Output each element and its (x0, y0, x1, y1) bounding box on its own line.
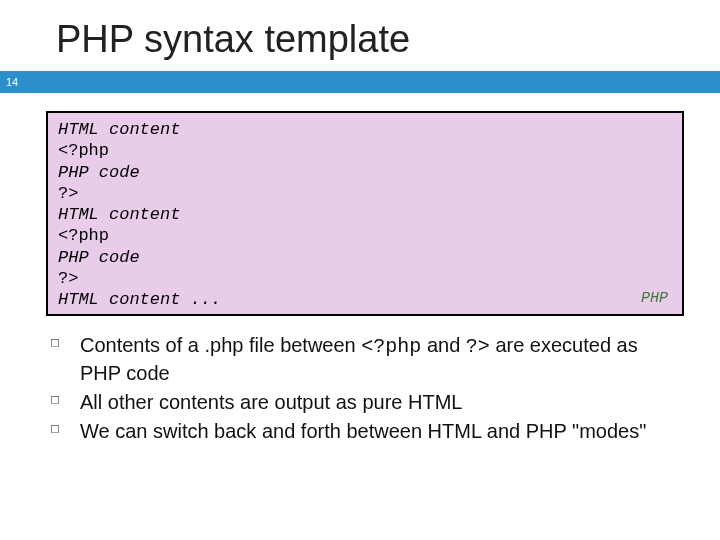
code-line: <?php (58, 225, 672, 246)
list-item: We can switch back and forth between HTM… (74, 418, 680, 445)
code-line: HTML content (58, 119, 672, 140)
inline-code: <?php (361, 335, 421, 358)
page-number: 14 (0, 71, 24, 93)
list-item: All other contents are output as pure HT… (74, 389, 680, 416)
code-line: ?> (58, 268, 672, 289)
code-line: PHP code (58, 162, 672, 183)
code-line: HTML content (58, 204, 672, 225)
slide-title: PHP syntax template (0, 0, 720, 71)
bullet-list: Contents of a .php file between <?php an… (74, 332, 680, 445)
list-item: Contents of a .php file between <?php an… (74, 332, 680, 387)
code-line: PHP code (58, 247, 672, 268)
header-bar-fill (24, 71, 720, 93)
bullet-text: All other contents are output as pure HT… (80, 391, 462, 413)
bullet-text: and (421, 334, 465, 356)
code-line: HTML content ... (58, 289, 672, 310)
inline-code: ?> (466, 335, 490, 358)
code-language-label: PHP (641, 290, 668, 309)
bullet-text: Contents of a .php file between (80, 334, 361, 356)
header-bar: 14 (0, 71, 720, 93)
bullet-text: We can switch back and forth between HTM… (80, 420, 646, 442)
slide: PHP syntax template 14 HTML content <?ph… (0, 0, 720, 540)
code-block: HTML content <?php PHP code ?> HTML cont… (46, 111, 684, 316)
code-line: <?php (58, 140, 672, 161)
code-line: ?> (58, 183, 672, 204)
